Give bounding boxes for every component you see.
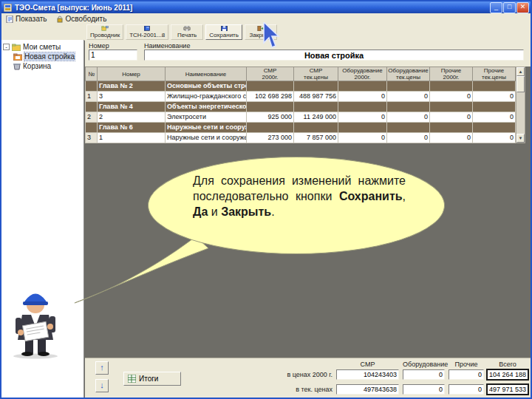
table-row[interactable]: 31Наружные сети и сооружения вод...273 0… bbox=[85, 133, 516, 143]
table-cell: 925 000 bbox=[247, 112, 294, 123]
bubble-yes-keyword: Да bbox=[193, 205, 208, 218]
speech-bubble: Для сохранения изменений нажмите последо… bbox=[148, 157, 445, 254]
table-cell: 0 bbox=[473, 112, 516, 123]
minimize-button[interactable]: _ bbox=[490, 2, 502, 13]
totals-down-button[interactable]: ↓ bbox=[95, 379, 109, 392]
folder-tree-icon bbox=[100, 26, 109, 31]
table-cell: 3 bbox=[85, 133, 98, 143]
table-cell bbox=[473, 102, 516, 112]
mouse-cursor-icon bbox=[262, 22, 282, 50]
book-icon bbox=[143, 26, 151, 31]
table-cell: 11 249 000 bbox=[294, 112, 338, 123]
number-label: Номер bbox=[89, 42, 109, 50]
printer-icon bbox=[183, 26, 191, 31]
explorer-button[interactable]: Проводник bbox=[86, 24, 123, 40]
table-cell bbox=[430, 102, 473, 112]
table-body: Глава № 2Основные объекты строите...13Жи… bbox=[85, 81, 516, 143]
table-row[interactable]: Глава № 6Наружные сети и сооруж... bbox=[85, 123, 516, 133]
table-row[interactable]: Глава № 4Объекты энергетического х... bbox=[85, 102, 516, 112]
table-cell: Глава № 4 bbox=[98, 102, 166, 112]
scroll-up-arrow[interactable]: ▲ bbox=[516, 67, 525, 76]
table-cell bbox=[294, 123, 338, 133]
tree-expander-icon[interactable]: - bbox=[3, 44, 10, 50]
itogi-button[interactable]: Итоги bbox=[123, 372, 181, 386]
table-cell: 0 bbox=[387, 133, 430, 143]
column-header: Оборудование2000г. bbox=[338, 66, 387, 81]
save-button[interactable]: Сохранить bbox=[205, 24, 242, 40]
table-cell: 2 bbox=[98, 112, 166, 123]
table-cell bbox=[294, 102, 338, 112]
scroll-down-arrow[interactable]: ▼ bbox=[516, 134, 525, 143]
presenter-clipart bbox=[4, 284, 66, 359]
tree-item-recycle[interactable]: Корзина bbox=[3, 61, 83, 71]
table-scrollbar[interactable]: ▲ ▼ bbox=[516, 66, 525, 143]
totals-other-current-field bbox=[449, 384, 484, 395]
folder-icon bbox=[12, 44, 21, 51]
table-cell: 0 bbox=[338, 92, 387, 102]
totals-col-label-smr: СМР bbox=[336, 361, 399, 368]
table-row[interactable]: 22Электросети925 00011 249 0000000 bbox=[85, 112, 516, 123]
window-controls: _ □ ✕ bbox=[490, 2, 529, 13]
diskette-icon bbox=[220, 26, 228, 31]
release-button-label: Освободить bbox=[66, 15, 107, 23]
maximize-button[interactable]: □ bbox=[503, 2, 516, 13]
totals-up-button[interactable]: ↑ bbox=[95, 361, 109, 375]
table-cell: 0 bbox=[430, 133, 473, 143]
table-cell bbox=[473, 81, 516, 92]
window-title: ТЭО-Смета [выпуск: Июнь 2011] bbox=[15, 4, 132, 12]
totals-panel: ↑ ↓ Итоги в ценах 2000 г. в тек. ценах С… bbox=[85, 358, 531, 398]
table-cell bbox=[247, 81, 294, 92]
table-cell: 102 698 298 bbox=[247, 92, 294, 102]
table-cell bbox=[85, 123, 98, 133]
document-icon bbox=[6, 16, 13, 23]
bubble-save-keyword: Сохранить bbox=[339, 190, 403, 202]
table-row[interactable]: 13Жилищно-гражданского строительства...1… bbox=[85, 92, 516, 102]
table-cell: Жилищно-гражданского строительства... bbox=[166, 92, 247, 102]
column-header: Номер bbox=[98, 66, 166, 81]
table-cell: Электросети bbox=[166, 112, 247, 123]
tree-item-label: Новая стройка bbox=[24, 52, 75, 61]
number-input[interactable] bbox=[89, 50, 137, 61]
itogi-button-label: Итоги bbox=[139, 375, 158, 383]
scroll-thumb[interactable] bbox=[516, 76, 525, 92]
totals-total-2000-field bbox=[486, 369, 529, 381]
totals-equipment-current-field bbox=[403, 384, 445, 395]
table-row[interactable]: Глава № 2Основные объекты строите... bbox=[85, 81, 516, 92]
totals-total-current-field bbox=[486, 383, 529, 395]
name-input[interactable] bbox=[144, 50, 524, 61]
show-button-label: Показать bbox=[16, 15, 47, 23]
column-header: СМР2000г. bbox=[247, 66, 294, 81]
recycle-bin-icon bbox=[13, 62, 21, 70]
print-button[interactable]: Печать bbox=[171, 24, 203, 40]
table-cell: 2 bbox=[85, 112, 98, 123]
table-cell: 0 bbox=[473, 133, 516, 143]
save-button-label: Сохранить bbox=[209, 32, 239, 38]
estimates-tree: - Мои сметы Новая стройка bbox=[1, 40, 83, 71]
close-button[interactable]: ✕ bbox=[516, 2, 529, 13]
estimates-table: №НомерНаименованиеСМР2000г.СМРтек.ценыОб… bbox=[85, 66, 516, 143]
totals-other-2000-field bbox=[449, 369, 484, 380]
table-cell bbox=[85, 81, 98, 92]
app-window: ТЭО-Смета [выпуск: Июнь 2011] _ □ ✕ Пока… bbox=[0, 0, 532, 399]
table-header-row: №НомерНаименованиеСМР2000г.СМРтек.ценыОб… bbox=[85, 66, 516, 81]
table-cell bbox=[247, 123, 294, 133]
table-cell bbox=[430, 81, 473, 92]
totals-equipment-2000-field bbox=[403, 369, 445, 380]
table-cell: 488 987 756 bbox=[294, 92, 338, 102]
folder-open-icon bbox=[13, 53, 22, 61]
show-button[interactable]: Показать bbox=[3, 14, 50, 24]
column-header: Оборудованиетек.цены bbox=[387, 66, 430, 81]
table-cell: 1 bbox=[85, 92, 98, 102]
tsn-button[interactable]: ТСН-2001...8 bbox=[126, 24, 168, 40]
table-cell bbox=[338, 123, 387, 133]
tree-item-my-estimates[interactable]: - Мои сметы bbox=[3, 42, 83, 52]
name-label: Наименование bbox=[144, 42, 190, 50]
tree-item-new-stroyka[interactable]: Новая стройка bbox=[3, 52, 83, 61]
tree-item-label: Мои сметы bbox=[23, 43, 61, 51]
totals-col-label-other: Прочие bbox=[449, 361, 484, 368]
table-cell: 7 857 000 bbox=[294, 133, 338, 143]
table-cell: 0 bbox=[387, 92, 430, 102]
table-cell: 0 bbox=[387, 112, 430, 123]
table-cell: 0 bbox=[338, 112, 387, 123]
release-button[interactable]: Освободить bbox=[53, 14, 110, 24]
